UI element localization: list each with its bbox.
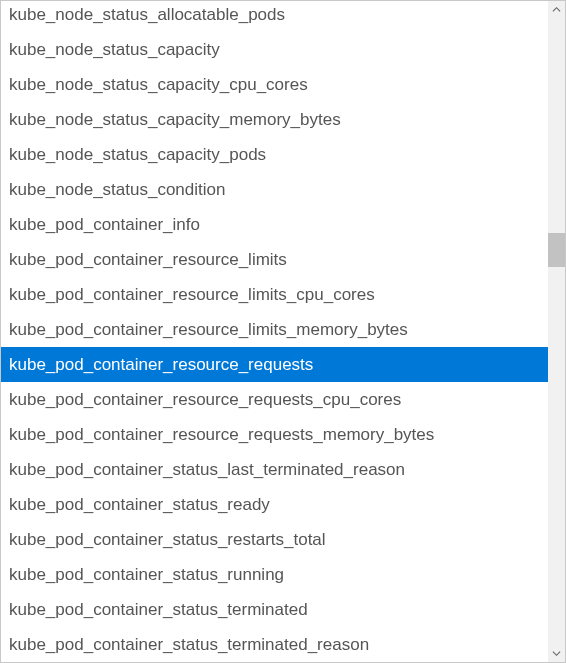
list-item[interactable]: kube_pod_container_status_terminated [1,592,548,627]
list-item[interactable]: kube_node_status_capacity_memory_bytes [1,102,548,137]
options-list[interactable]: kube_node_status_allocatable_podskube_no… [1,1,548,662]
list-item[interactable]: kube_node_status_capacity_cpu_cores [1,67,548,102]
list-item[interactable]: kube_pod_container_resource_limits [1,242,548,277]
list-item[interactable]: kube_pod_container_resource_limits_memor… [1,312,548,347]
list-item[interactable]: kube_pod_container_status_restarts_total [1,522,548,557]
scroll-up-button[interactable] [548,1,565,18]
list-item[interactable]: kube_pod_container_status_ready [1,487,548,522]
list-item[interactable]: kube_pod_container_status_last_terminate… [1,452,548,487]
list-item[interactable]: kube_pod_container_info [1,207,548,242]
list-item[interactable]: kube_pod_container_status_terminated_rea… [1,627,548,662]
scrollbar-thumb[interactable] [548,233,565,267]
list-item[interactable]: kube_pod_container_resource_requests_mem… [1,417,548,452]
list-item[interactable]: kube_pod_container_status_running [1,557,548,592]
list-item[interactable]: kube_pod_container_resource_limits_cpu_c… [1,277,548,312]
list-item[interactable]: kube_node_status_condition [1,172,548,207]
vertical-scrollbar[interactable] [548,1,565,662]
list-item[interactable]: kube_pod_container_resource_requests_cpu… [1,382,548,417]
scroll-down-button[interactable] [548,645,565,662]
list-item[interactable]: kube_node_status_capacity_pods [1,137,548,172]
list-item[interactable]: kube_pod_container_resource_requests [1,347,548,382]
list-item[interactable]: kube_node_status_allocatable_pods [1,1,548,32]
dropdown-listbox: kube_node_status_allocatable_podskube_no… [0,0,566,663]
list-item[interactable]: kube_node_status_capacity [1,32,548,67]
